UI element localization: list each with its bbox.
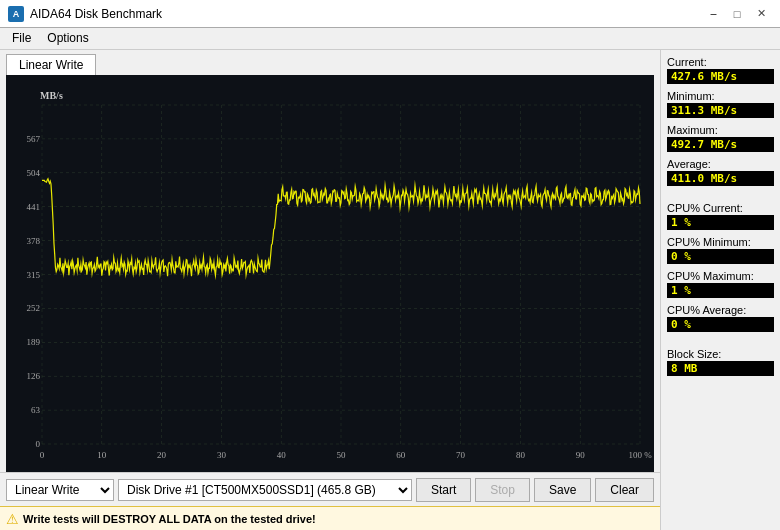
stat-maximum: Maximum: 492.7 MB/s	[667, 124, 774, 152]
start-button[interactable]: Start	[416, 478, 471, 502]
stat-cpu-minimum: CPU% Minimum: 0 %	[667, 236, 774, 264]
close-button[interactable]: ✕	[750, 5, 772, 23]
block-size-label: Block Size:	[667, 348, 774, 360]
cpu-current-label: CPU% Current:	[667, 202, 774, 214]
warning-icon: ⚠	[6, 511, 19, 527]
maximum-value: 492.7 MB/s	[667, 137, 774, 152]
maximize-button[interactable]: □	[726, 5, 748, 23]
stat-average: Average: 411.0 MB/s	[667, 158, 774, 186]
main-area: Linear Write MB/s 19:59 Linear Write Lin…	[0, 50, 780, 530]
warning-text: Write tests will DESTROY ALL DATA on the…	[23, 513, 316, 525]
menu-options[interactable]: Options	[39, 30, 96, 47]
menu-file[interactable]: File	[4, 30, 39, 47]
cpu-current-value: 1 %	[667, 215, 774, 230]
stat-cpu-maximum: CPU% Maximum: 1 %	[667, 270, 774, 298]
minimum-value: 311.3 MB/s	[667, 103, 774, 118]
minimize-button[interactable]: ‒	[702, 5, 724, 23]
stop-button[interactable]: Stop	[475, 478, 530, 502]
stat-minimum: Minimum: 311.3 MB/s	[667, 90, 774, 118]
average-label: Average:	[667, 158, 774, 170]
title-text: AIDA64 Disk Benchmark	[30, 7, 162, 21]
stat-cpu-current: CPU% Current: 1 %	[667, 202, 774, 230]
stat-current: Current: 427.6 MB/s	[667, 56, 774, 84]
title-controls: ‒ □ ✕	[702, 5, 772, 23]
stat-cpu-average: CPU% Average: 0 %	[667, 304, 774, 332]
tab-linear-write[interactable]: Linear Write	[6, 54, 96, 75]
cpu-minimum-value: 0 %	[667, 249, 774, 264]
minimum-label: Minimum:	[667, 90, 774, 102]
right-panel: Current: 427.6 MB/s Minimum: 311.3 MB/s …	[660, 50, 780, 530]
clear-button[interactable]: Clear	[595, 478, 654, 502]
disk-select-dropdown[interactable]: Disk Drive #1 [CT500MX500SSD1] (465.8 GB…	[118, 479, 412, 501]
stat-block-size: Block Size: 8 MB	[667, 348, 774, 376]
current-value: 427.6 MB/s	[667, 69, 774, 84]
menu-bar: File Options	[0, 28, 780, 50]
tab-bar: Linear Write	[0, 50, 660, 75]
cpu-average-label: CPU% Average:	[667, 304, 774, 316]
block-size-value: 8 MB	[667, 361, 774, 376]
save-button[interactable]: Save	[534, 478, 591, 502]
title-bar-left: A AIDA64 Disk Benchmark	[8, 6, 162, 22]
test-type-dropdown[interactable]: Linear Write Linear Read Random Read Ran…	[6, 479, 114, 501]
left-panel: Linear Write MB/s 19:59 Linear Write Lin…	[0, 50, 660, 530]
maximum-label: Maximum:	[667, 124, 774, 136]
cpu-average-value: 0 %	[667, 317, 774, 332]
cpu-maximum-label: CPU% Maximum:	[667, 270, 774, 282]
warning-bar: ⚠ Write tests will DESTROY ALL DATA on t…	[0, 506, 660, 530]
cpu-minimum-label: CPU% Minimum:	[667, 236, 774, 248]
cpu-maximum-value: 1 %	[667, 283, 774, 298]
app-icon: A	[8, 6, 24, 22]
title-bar: A AIDA64 Disk Benchmark ‒ □ ✕	[0, 0, 780, 28]
controls-bar: Linear Write Linear Read Random Read Ran…	[0, 472, 660, 506]
average-value: 411.0 MB/s	[667, 171, 774, 186]
chart-area: MB/s 19:59	[6, 75, 654, 472]
current-label: Current:	[667, 56, 774, 68]
